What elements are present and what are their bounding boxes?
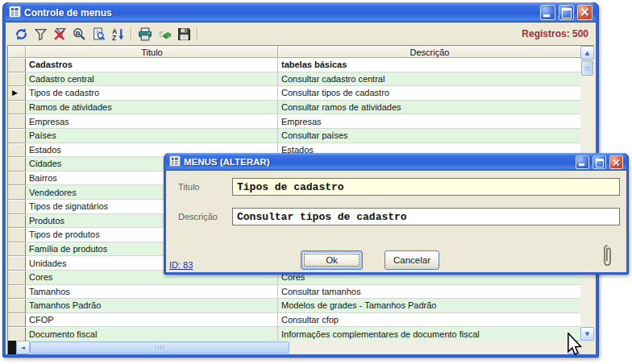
table-row[interactable]: PaísesConsultar países <box>8 129 581 143</box>
cell-titulo[interactable]: Tamanhos <box>26 285 278 300</box>
row-selector[interactable] <box>8 327 26 341</box>
row-selector[interactable] <box>8 228 26 242</box>
vertical-scroll-thumb[interactable] <box>581 60 593 76</box>
desktop: Controle de menus n <box>0 0 632 364</box>
records-count: Registros: 500 <box>522 28 596 39</box>
horizontal-scroll-thumb[interactable] <box>30 341 289 354</box>
row-selector[interactable] <box>8 242 26 257</box>
dialog-minimize-button[interactable] <box>576 155 589 169</box>
maximize-button[interactable] <box>559 5 574 20</box>
preview-icon[interactable] <box>89 25 108 43</box>
app-icon <box>9 6 21 20</box>
table-row[interactable]: Cadastrostabelas básicas <box>8 58 581 72</box>
clear-filter-icon[interactable] <box>50 25 69 43</box>
scrollbar-corner <box>580 341 594 354</box>
cancel-button[interactable]: Cancelar <box>385 250 439 270</box>
minimize-button[interactable] <box>540 5 555 20</box>
cell-titulo[interactable]: Empresas <box>26 114 278 129</box>
descricao-label: Descrição <box>178 212 218 221</box>
cell-descricao[interactable]: Consultar tipos de cadastro <box>278 86 581 101</box>
save-icon[interactable] <box>174 25 193 43</box>
table-row[interactable]: CFOPConsultar cfop <box>8 313 581 328</box>
cell-titulo[interactable]: CFOP <box>26 313 278 328</box>
filter-icon[interactable] <box>31 25 50 43</box>
cell-titulo[interactable]: Documento fiscal <box>26 327 278 341</box>
dialog-close-button[interactable] <box>609 155 623 169</box>
mouse-cursor <box>567 333 582 359</box>
row-selector[interactable] <box>8 129 26 143</box>
close-button[interactable] <box>577 5 592 20</box>
row-selector[interactable] <box>8 313 26 328</box>
grid-header: Titulo Descrição <box>8 46 581 58</box>
cell-titulo[interactable]: Tipos de cadastro <box>26 86 278 101</box>
table-row[interactable]: Documento fiscalInformações complementar… <box>8 327 581 341</box>
sort-az-icon[interactable]: AZ <box>108 25 127 43</box>
titulo-field[interactable] <box>232 178 620 196</box>
cell-descricao[interactable]: Consultar cfop <box>278 313 581 328</box>
dialog-titlebar[interactable]: MENUS (ALTERAR) <box>166 153 626 171</box>
descricao-field[interactable] <box>232 208 620 225</box>
toolbar-separator <box>197 27 198 41</box>
table-row[interactable]: TamanhosConsultar tamanhos <box>8 285 581 300</box>
scroll-left-icon[interactable]: ◄ <box>16 341 30 354</box>
row-selector[interactable] <box>8 101 26 115</box>
main-titlebar[interactable]: Controle de menus <box>6 2 596 23</box>
row-selector[interactable] <box>8 114 26 129</box>
cell-descricao[interactable]: Consultar ramos de atividades <box>278 101 581 115</box>
row-selector[interactable] <box>8 271 26 285</box>
row-selector[interactable] <box>8 256 26 271</box>
row-selector[interactable] <box>8 299 26 313</box>
ok-button[interactable]: Ok <box>301 250 363 270</box>
table-row[interactable]: Tamanhos PadrãoModelos de grades - Taman… <box>8 299 581 313</box>
find-icon[interactable]: n <box>69 25 89 43</box>
table-row[interactable]: EmpresasEmpresas <box>8 114 581 129</box>
row-selector[interactable] <box>8 172 26 186</box>
row-selector[interactable] <box>8 285 26 300</box>
scroll-up-icon[interactable]: ▲ <box>580 46 594 60</box>
cell-descricao[interactable]: Consultar cadastro central <box>278 72 581 87</box>
scroll-down-icon[interactable]: ▼ <box>580 327 594 341</box>
cell-titulo[interactable]: Tamanhos Padrão <box>26 299 278 313</box>
header-gutter <box>8 46 26 58</box>
export-icon[interactable] <box>155 25 174 43</box>
cell-descricao[interactable]: Consultar países <box>278 129 581 143</box>
svg-text:n: n <box>75 28 80 36</box>
row-selector[interactable] <box>8 214 26 229</box>
cell-descricao[interactable]: Informações complementares de documento … <box>278 327 581 341</box>
row-selector[interactable] <box>8 185 26 200</box>
record-id-link[interactable]: ID: 83 <box>169 260 193 270</box>
row-selector[interactable] <box>8 58 26 72</box>
cell-titulo[interactable]: Países <box>26 129 278 143</box>
horizontal-scrollbar[interactable]: ◄ ► <box>8 341 581 354</box>
row-selector[interactable] <box>8 157 26 172</box>
paperclip-icon[interactable] <box>602 244 613 270</box>
titulo-label: Titulo <box>178 182 200 192</box>
cell-titulo[interactable]: Cadastros <box>26 58 278 72</box>
row-selector[interactable]: ▶ <box>8 86 26 101</box>
dialog-body: Titulo Descrição Ok Cancelar ID: 83 <box>166 171 626 272</box>
cell-descricao[interactable]: tabelas básicas <box>278 58 581 72</box>
window-title: Controle de menus <box>24 7 537 19</box>
row-selector[interactable] <box>8 200 26 214</box>
cell-descricao[interactable]: Consultar tamanhos <box>278 285 581 300</box>
horizontal-scroll-track[interactable] <box>30 341 568 354</box>
current-row-marker: ▶ <box>12 89 18 97</box>
menus-alterar-dialog: MENUS (ALTERAR) Titulo Descrição Ok Canc… <box>164 153 629 275</box>
cell-descricao[interactable]: Modelos de grades - Tamanhos Padrão <box>278 299 581 313</box>
cell-titulo[interactable]: Cadastro central <box>26 72 278 87</box>
table-row[interactable]: ▶Tipos de cadastroConsultar tipos de cad… <box>8 86 581 101</box>
refresh-icon[interactable] <box>11 25 31 43</box>
cell-titulo[interactable]: Ramos de atividades <box>26 101 278 115</box>
column-header-descricao[interactable]: Descrição <box>278 46 581 58</box>
toolbar: n AZ Registros: 500 <box>6 23 596 45</box>
dialog-maximize-button[interactable] <box>592 155 606 169</box>
table-row[interactable]: Ramos de atividadesConsultar ramos de at… <box>8 101 581 115</box>
row-selector[interactable] <box>8 143 26 158</box>
dialog-icon <box>169 155 181 168</box>
toolbar-separator <box>131 27 132 41</box>
table-row[interactable]: Cadastro centralConsultar cadastro centr… <box>8 72 581 87</box>
row-selector[interactable] <box>8 72 26 87</box>
print-icon[interactable] <box>135 25 155 43</box>
cell-descricao[interactable]: Empresas <box>278 114 581 129</box>
column-header-titulo[interactable]: Titulo <box>26 46 278 58</box>
